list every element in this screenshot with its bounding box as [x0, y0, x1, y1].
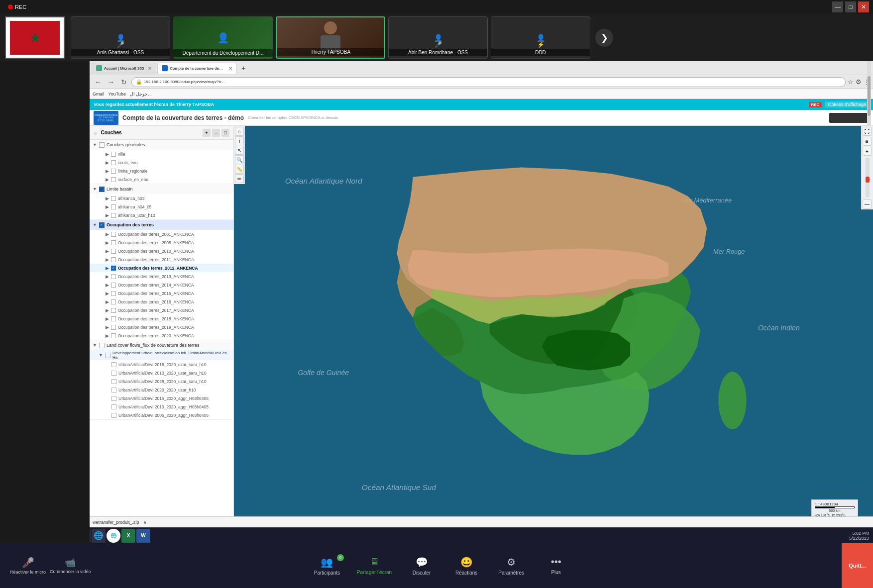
layer-item-occ-2012[interactable]: ▶ ✓ Occupation des terres_2012_ANKENCA	[90, 264, 233, 272]
browser-tab-2[interactable]: Compte de la couverture des ter... ✕	[157, 63, 237, 74]
quit-button[interactable]: Quitt...	[842, 543, 873, 588]
back-button[interactable]: ←	[93, 77, 104, 88]
layer-item-occ-2017[interactable]: ▶ Occupation des terres_2017_ANKENCA	[90, 306, 233, 314]
extensions-icon[interactable]: ⚙	[856, 78, 862, 86]
layer-item-occ-2016[interactable]: ▶ Occupation des terres_2016_ANKENCA	[90, 297, 233, 306]
mic-button-area[interactable]: 🎤 / Réactiver le micro	[10, 557, 46, 575]
participant-name-abir: Abir Ben Romdhane - OSS	[389, 49, 487, 56]
browser-tab-1[interactable]: Accueil | Microsoft 365 ✕	[92, 63, 156, 74]
star-icon[interactable]: ☆	[848, 78, 854, 86]
map-header-search[interactable]	[829, 113, 869, 123]
participant-tile-ddd[interactable]: 👤 ⚡ DDD	[491, 16, 590, 59]
layer-item-occ-2018[interactable]: ▶ Occupation des terres_2018_ANKENCA	[90, 314, 233, 323]
options-button[interactable]: Options d'affichage	[825, 101, 869, 107]
tab-close-1[interactable]: ✕	[148, 66, 152, 71]
map-sidebar: ≡ Couches + — □ ▼ Couches géné	[90, 126, 234, 543]
layer-item-ville[interactable]: ▶ ville	[90, 150, 233, 158]
layer-group-limites-header[interactable]: ▼ ✓ Limite bassin	[90, 184, 233, 194]
layer-group-general: ▼ Couches générales ▶ ville ▶ cou	[90, 140, 233, 184]
address-box[interactable]: 🔒 192.168.2.100:8090/indux.php/view/map/…	[131, 77, 846, 87]
share-screen-button[interactable]: 🖥 Partager l'écran	[357, 556, 392, 575]
layer-item-surface[interactable]: ▶ surface_en_eau	[90, 175, 233, 184]
map-tool-home[interactable]: ⌂	[235, 127, 244, 136]
qgis-icon[interactable]: 🌐	[92, 529, 106, 543]
close-button[interactable]: ✕	[858, 1, 869, 12]
layer-item-cours-eau[interactable]: ▶ cours_eau	[90, 158, 233, 167]
group-label-occupation: Occupation des terres	[107, 222, 230, 227]
minimize-button[interactable]: —	[832, 1, 843, 12]
map-tool-info[interactable]: i	[235, 136, 244, 145]
map-tool-select[interactable]: ↖	[235, 146, 244, 155]
map-toolbar-right: ⛶ ≡ + —	[861, 126, 873, 209]
params-button[interactable]: ⚙ Paramètres	[496, 556, 526, 576]
date-display: 5/22/2023	[849, 536, 869, 541]
bookmark-youtube[interactable]: YouTube	[109, 92, 126, 97]
participant-tile-abir[interactable]: 👤 🎤 Abir Ben Romdhane - OSS	[388, 16, 488, 59]
refresh-button[interactable]: ↻	[118, 77, 129, 88]
new-tab-button[interactable]: +	[238, 63, 249, 74]
share-icon: 🖥	[369, 556, 379, 568]
map-zoom-in[interactable]: +	[863, 147, 872, 156]
tab-close-2[interactable]: ✕	[228, 66, 232, 71]
scale-ratio: 1 : 48081294	[815, 502, 855, 506]
layer-item-occ-2010[interactable]: ▶ Occupation des terres_2010_ANKENCA	[90, 247, 233, 255]
rec-dot	[8, 4, 13, 9]
layer-item-occ-2019[interactable]: ▶ Occupation des terres_2019_ANKENCA	[90, 323, 233, 331]
participant-tile-dept[interactable]: 👤 Département du Développement D...	[173, 16, 273, 59]
layer-item-occ-2014[interactable]: ▶ Occupation des terres_2014_ANKENCA	[90, 281, 233, 289]
participant-tile-anis[interactable]: 👤 🎤 Anis Ghattassi - OSS	[71, 16, 170, 59]
download-bar: wetransfer_produit_.zip ∧	[90, 516, 873, 527]
participants-button[interactable]: 👥 6 Participants	[312, 556, 342, 576]
group-checkbox-general[interactable]	[99, 142, 105, 148]
sidebar-action-1[interactable]: +	[203, 129, 211, 137]
map-tool-fullscreen[interactable]: ⛶	[863, 127, 872, 136]
video-icon: 📹	[65, 557, 76, 568]
download-expand[interactable]: ∧	[143, 520, 147, 525]
layer-item-occ-2020[interactable]: ▶ Occupation des terres_2020_ANKENCA	[90, 331, 233, 340]
layer-item-occ-2013[interactable]: ▶ Occupation des terres_2013_ANKENCA	[90, 272, 233, 281]
participants-nav-arrow[interactable]: ❯	[595, 29, 613, 47]
maximize-button[interactable]: □	[845, 1, 856, 12]
map-tool-search[interactable]: 🔍	[235, 155, 244, 164]
video-button[interactable]: 📹 Commencer la vidéo	[50, 557, 91, 574]
layer-item-urban-3[interactable]: UrbanArtificialDevI 2028_2020_uzar_saru_…	[90, 377, 233, 386]
map-tool-draw[interactable]: ✏	[235, 174, 244, 183]
more-button[interactable]: ••• Plus	[541, 556, 571, 575]
layer-item-h04[interactable]: ▶ afrikanca_h04_05	[90, 202, 233, 211]
sidebar-close[interactable]: □	[221, 129, 229, 137]
layer-item-occ-2011[interactable]: ▶ Occupation des terres_2011_ANKENCA	[90, 255, 233, 264]
participant-tile-thierry[interactable]: Thierry TAPSOBA	[276, 16, 385, 59]
excel-icon[interactable]: X	[121, 529, 135, 543]
forward-button[interactable]: →	[106, 77, 116, 88]
map-view[interactable]: Océan Atlantique Nord Mer Méditerranée M…	[234, 126, 873, 543]
reactions-button[interactable]: 😀 Réactions	[451, 556, 481, 576]
sidebar-action-2[interactable]: —	[212, 129, 220, 137]
layer-item-urban-5[interactable]: UrbanArtificialDevI 2015_2020_aggr_H03h0…	[90, 394, 233, 402]
layer-group-occupation-header[interactable]: ▼ ✓ Occupation des terres	[90, 220, 233, 230]
svg-point-7	[718, 372, 746, 429]
layer-subgroup-urban-header[interactable]: ▼ Développement urbain, artificialisatio…	[90, 350, 233, 360]
tab-label-2: Compte de la couverture des ter...	[170, 66, 224, 71]
discuss-button[interactable]: 💬 Discuter	[407, 556, 436, 576]
word-icon[interactable]: W	[136, 529, 150, 543]
layer-item-urban-1[interactable]: UrbanArtificialDevI 2015_2020_uzar_saru_…	[90, 360, 233, 369]
bookmark-gmail[interactable]: Gmail	[93, 92, 105, 97]
map-tool-layers-toggle[interactable]: ≡	[863, 137, 872, 146]
layer-item-limite[interactable]: ▶ limite_regionale	[90, 167, 233, 175]
layer-item-h03[interactable]: ▶ afrikanca_h03	[90, 194, 233, 202]
layer-group-landcover-header[interactable]: ▼ Land cover flows_flux de couverture de…	[90, 340, 233, 350]
layer-item-urban-7[interactable]: UrbanArtificialDevI 2005_2020_aggr_H03h0…	[90, 411, 233, 419]
layer-item-urban-6[interactable]: UrbanArtificialDevI 2010_2020_aggr_H03h0…	[90, 402, 233, 411]
layer-item-urban-2[interactable]: UrbanArtificialDevI 2010_2020_uzar_saru_…	[90, 369, 233, 377]
layer-item-urban-4[interactable]: UrbanArtificialDevI 2020_2020_uzar_h10	[90, 386, 233, 394]
zoom-slider[interactable]	[866, 158, 870, 197]
layer-item-occ-2015[interactable]: ▶ Occupation des terres_2015_ANKENCA	[90, 289, 233, 297]
map-zoom-out[interactable]: —	[863, 199, 872, 208]
layer-item-occ-2005[interactable]: ▶ Occupation des terres_2005_ANKENCA	[90, 238, 233, 247]
chrome-icon[interactable]: 🌐	[107, 529, 120, 543]
bookmark-google[interactable]: جوجل ال...	[130, 92, 152, 97]
layer-group-general-header[interactable]: ▼ Couches générales	[90, 140, 233, 150]
layer-item-occ-2001[interactable]: ▶ Occupation des terres_2001_ANKENCA	[90, 230, 233, 238]
layer-item-uzar[interactable]: ▶ afrikanca_uzar_h10	[90, 211, 233, 219]
map-tool-measure[interactable]: 📏	[235, 165, 244, 174]
